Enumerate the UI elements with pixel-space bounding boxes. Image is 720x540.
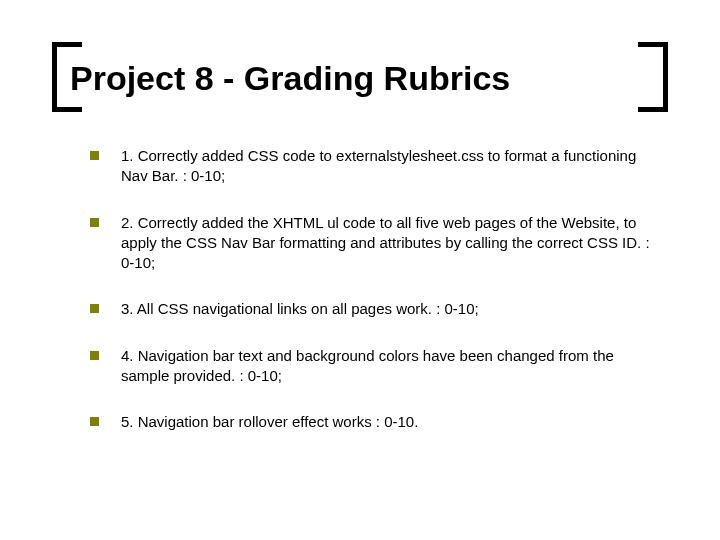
slide: Project 8 - Grading Rubrics 1. Correctly… [0, 0, 720, 540]
list-item-text: 2. Correctly added the XHTML ul code to … [121, 213, 650, 274]
list-item-text: 1. Correctly added CSS code to externals… [121, 146, 650, 187]
list-item: 4. Navigation bar text and background co… [90, 346, 650, 387]
square-bullet-icon [90, 417, 99, 426]
list-item: 2. Correctly added the XHTML ul code to … [90, 213, 650, 274]
bracket-left-icon [52, 42, 82, 112]
square-bullet-icon [90, 351, 99, 360]
list-item: 3. All CSS navigational links on all pag… [90, 299, 650, 319]
square-bullet-icon [90, 218, 99, 227]
square-bullet-icon [90, 304, 99, 313]
list-item-text: 4. Navigation bar text and background co… [121, 346, 650, 387]
list-item-text: 3. All CSS navigational links on all pag… [121, 299, 650, 319]
list-item: 5. Navigation bar rollover effect works … [90, 412, 650, 432]
page-title: Project 8 - Grading Rubrics [70, 50, 650, 106]
list-item: 1. Correctly added CSS code to externals… [90, 146, 650, 187]
bracket-right-icon [638, 42, 668, 112]
square-bullet-icon [90, 151, 99, 160]
title-wrap: Project 8 - Grading Rubrics [70, 50, 650, 106]
list-item-text: 5. Navigation bar rollover effect works … [121, 412, 650, 432]
rubric-list: 1. Correctly added CSS code to externals… [70, 146, 650, 432]
